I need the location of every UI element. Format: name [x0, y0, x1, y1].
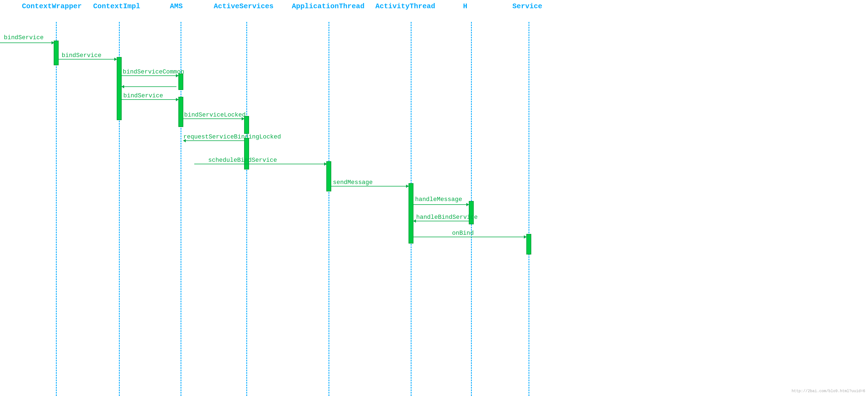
- activation-ams1: [178, 74, 183, 90]
- lifeline-service: [529, 22, 529, 396]
- activation-activeServices1: [244, 116, 249, 134]
- arrow-handleMessage: [413, 204, 469, 205]
- sequence-diagram: ContextWrapper ContextImpl AMS ActiveSer…: [0, 0, 868, 396]
- label-scheduleBindService: scheduleBindService: [208, 157, 277, 164]
- activation-contextWrapper: [54, 40, 59, 65]
- label-bindService-ci-ams: bindService: [123, 92, 163, 99]
- arrow-onBind: [413, 237, 526, 237]
- actor-service: Service: [513, 2, 542, 10]
- arrow-bindServiceCommon-return: [122, 86, 177, 87]
- activation-ams2: [178, 97, 183, 127]
- arrow-sendMessage: [331, 186, 408, 187]
- arrow-bindServiceCommon: [122, 76, 178, 76]
- actor-activityThread: ActivityThread: [375, 2, 435, 10]
- arrow-entry-bindService: [0, 43, 54, 43]
- activation-contextImpl: [117, 57, 122, 120]
- arrow-bindService-cw-ci: [59, 59, 117, 59]
- arrow-requestServiceBindingLocked: [183, 140, 244, 141]
- label-sendMessage: sendMessage: [333, 179, 373, 186]
- arrow-bindService-ci-ams: [122, 99, 178, 100]
- label-bindService-cw-ci: bindService: [62, 52, 101, 59]
- activation-h: [469, 201, 474, 224]
- label-onBind: onBind: [452, 230, 474, 237]
- lifeline-contextWrapper: [56, 22, 57, 396]
- label-handleMessage: handleMessage: [415, 196, 462, 203]
- arrow-bindServiceLocked: [183, 118, 244, 119]
- activation-activityThread: [408, 183, 413, 244]
- arrow-scheduleBindService: [194, 164, 327, 164]
- label-requestServiceBindingLocked: requestServiceBindingLocked: [183, 134, 281, 140]
- actor-applicationThread: ApplicationThread: [292, 2, 364, 10]
- actor-h: H: [463, 2, 467, 10]
- actor-ams: AMS: [170, 2, 183, 10]
- actor-contextWrapper: ContextWrapper: [22, 2, 82, 10]
- actor-activeServices: ActiveServices: [214, 2, 274, 10]
- watermark: http://2bai.com/blo9.html?uuid=6: [792, 389, 865, 393]
- actor-contextImpl: ContextImpl: [93, 2, 140, 10]
- label-bindServiceLocked: bindServiceLocked: [184, 112, 246, 118]
- arrow-handleBindService: [413, 221, 469, 221]
- activation-service: [526, 234, 531, 254]
- activation-applicationThread: [326, 161, 331, 191]
- label-bindServiceCommon: bindServiceCommon: [123, 68, 184, 76]
- lifeline-applicationThread: [329, 22, 329, 396]
- activation-activeServices2: [244, 138, 249, 169]
- lifeline-activeServices: [246, 22, 247, 396]
- label-entry-bindService: bindService: [4, 34, 43, 41]
- label-handleBindService: handleBindService: [416, 214, 477, 221]
